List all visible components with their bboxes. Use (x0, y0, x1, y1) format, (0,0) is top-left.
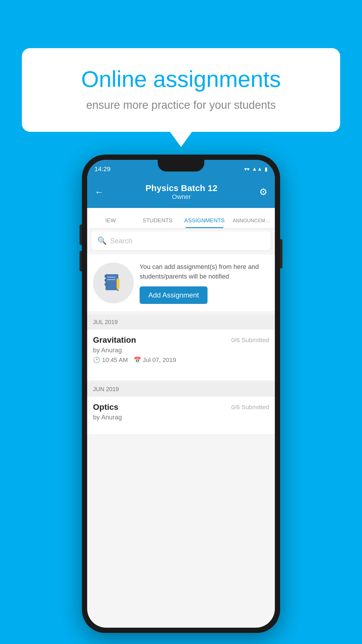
svg-rect-3 (105, 283, 106, 286)
promo-content: You can add assignment(s) from here and … (140, 262, 269, 304)
phone-wrapper: 14:29 ▾▾ ▲▲ ▮ ← Physics Batch 12 Owner ⚙… (82, 155, 280, 633)
tab-students[interactable]: STUDENTS (134, 217, 181, 228)
assignment-by-gravitation: by Anurag (93, 346, 269, 354)
promo-text: You can add assignment(s) from here and … (140, 262, 269, 281)
promo-section: You can add assignment(s) from here and … (87, 255, 275, 311)
volume-down-button (80, 251, 82, 271)
svg-rect-2 (105, 279, 106, 281)
section-month-jul: JUL 2019 (93, 319, 118, 326)
assignment-item-gravitation[interactable]: Gravitation 0/6 Submitted by Anurag 🕐 10… (87, 330, 275, 381)
assignment-row-top-optics: Optics 0/6 Submitted (93, 402, 269, 412)
search-placeholder: Search (110, 237, 132, 245)
bubble-title: Online assignments (42, 66, 320, 93)
bubble-subtitle: ensure more practice for your students (42, 99, 320, 111)
submitted-badge-optics: 0/6 Submitted (231, 404, 269, 411)
notebook-icon (103, 273, 124, 293)
back-button[interactable]: ← (94, 187, 104, 197)
header-title: Physics Batch 12 (145, 183, 217, 193)
search-bar[interactable]: 🔍 Search (92, 231, 270, 250)
promo-icon (93, 262, 134, 303)
signal-icon: ▲▲ (252, 166, 262, 172)
submitted-badge-gravitation: 0/6 Submitted (231, 337, 269, 344)
phone-screen: 14:29 ▾▾ ▲▲ ▮ ← Physics Batch 12 Owner ⚙… (87, 160, 275, 628)
header-subtitle: Owner (145, 193, 217, 201)
volume-up-button (80, 225, 82, 245)
date-meta: 📅 Jul 07, 2019 (134, 356, 176, 363)
settings-icon[interactable]: ⚙ (259, 186, 268, 197)
phone-notch (158, 160, 204, 172)
app-header: ← Physics Batch 12 Owner ⚙ (87, 176, 275, 208)
section-header-jun: JUN 2019 (87, 382, 275, 397)
svg-marker-8 (117, 290, 119, 291)
battery-icon: ▮ (265, 166, 268, 172)
svg-rect-1 (105, 275, 106, 277)
header-center: Physics Batch 12 Owner (145, 183, 217, 201)
wifi-icon: ▾▾ (244, 166, 249, 172)
svg-rect-6 (117, 279, 120, 288)
tab-iew[interactable]: IEW (87, 217, 134, 228)
tabs-bar: IEW STUDENTS ASSIGNMENTS ANNOUNCEM… (87, 208, 275, 228)
time-meta: 🕐 10:45 AM (93, 356, 128, 363)
status-time: 14:29 (94, 163, 110, 173)
tab-assignments[interactable]: ASSIGNMENTS (181, 217, 228, 228)
assignment-name-optics: Optics (93, 402, 118, 412)
assignment-name-gravitation: Gravitation (93, 335, 136, 345)
section-month-jun: JUN 2019 (93, 386, 119, 393)
assignment-by-optics: by Anurag (93, 414, 269, 421)
search-icon: 🔍 (97, 236, 107, 245)
status-icons: ▾▾ ▲▲ ▮ (244, 164, 268, 172)
assignment-date: Jul 07, 2019 (143, 356, 176, 363)
svg-rect-5 (107, 279, 115, 280)
calendar-icon: 📅 (134, 356, 141, 363)
svg-rect-0 (106, 274, 118, 290)
add-assignment-button[interactable]: Add Assignment (140, 286, 208, 304)
tab-announcements[interactable]: ANNOUNCEM… (228, 218, 275, 228)
assignment-row-top: Gravitation 0/6 Submitted (93, 335, 269, 345)
clock-icon: 🕐 (93, 356, 100, 363)
assignment-item-optics[interactable]: Optics 0/6 Submitted by Anurag (87, 397, 275, 435)
section-header-jul: JUL 2019 (87, 314, 275, 330)
speech-bubble-card: Online assignments ensure more practice … (22, 48, 340, 132)
assignment-meta-gravitation: 🕐 10:45 AM 📅 Jul 07, 2019 (93, 356, 269, 363)
assignment-time: 10:45 AM (102, 356, 128, 363)
power-button (280, 239, 282, 268)
svg-rect-4 (107, 277, 115, 278)
